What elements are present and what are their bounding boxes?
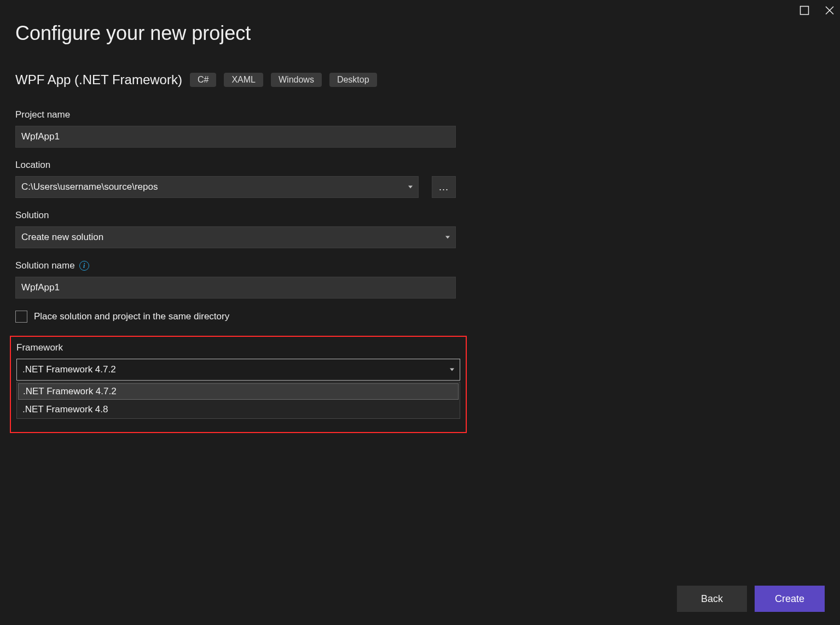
chevron-down-icon — [450, 369, 454, 371]
browse-button[interactable]: ... — [432, 176, 456, 198]
svg-rect-0 — [801, 7, 809, 15]
framework-option[interactable]: .NET Framework 4.7.2 — [18, 383, 459, 400]
solution-name-input[interactable] — [15, 277, 456, 299]
chevron-down-icon — [408, 186, 413, 189]
template-name: WPF App (.NET Framework) — [15, 72, 182, 87]
template-tag: C# — [190, 73, 216, 87]
chevron-down-icon — [445, 236, 450, 239]
solution-label: Solution — [15, 210, 456, 221]
template-tag: Windows — [271, 73, 322, 87]
location-value: C:\Users\username\source\repos — [21, 182, 158, 192]
close-icon[interactable] — [825, 5, 835, 15]
template-tag: XAML — [224, 73, 263, 87]
framework-label: Framework — [16, 342, 460, 353]
framework-dropdown: .NET Framework 4.7.2 .NET Framework 4.8 — [16, 382, 460, 419]
solution-name-label: Solution name i — [15, 260, 456, 271]
solution-combo[interactable]: Create new solution — [15, 226, 456, 248]
framework-section-highlight: Framework .NET Framework 4.7.2 .NET Fram… — [10, 336, 467, 433]
page-title: Configure your new project — [15, 22, 825, 45]
template-row: WPF App (.NET Framework) C# XAML Windows… — [15, 72, 825, 87]
location-combo[interactable]: C:\Users\username\source\repos — [15, 176, 419, 198]
template-tag: Desktop — [329, 73, 377, 87]
same-directory-checkbox[interactable] — [15, 311, 27, 323]
create-button[interactable]: Create — [755, 586, 825, 612]
solution-value: Create new solution — [21, 232, 103, 243]
same-directory-label: Place solution and project in the same d… — [34, 311, 229, 322]
maximize-icon[interactable] — [800, 5, 809, 15]
framework-option[interactable]: .NET Framework 4.8 — [17, 401, 460, 418]
framework-value: .NET Framework 4.7.2 — [22, 364, 116, 375]
framework-combo[interactable]: .NET Framework 4.7.2 — [16, 359, 460, 381]
project-name-label: Project name — [15, 109, 456, 120]
back-button[interactable]: Back — [677, 586, 747, 612]
info-icon[interactable]: i — [79, 261, 89, 271]
project-name-input[interactable] — [15, 126, 456, 148]
location-label: Location — [15, 160, 456, 171]
